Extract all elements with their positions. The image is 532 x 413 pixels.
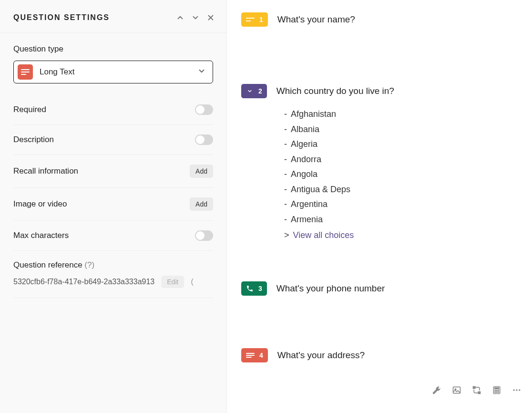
reference-label: Question reference <box>13 260 82 269</box>
recall-add-button[interactable]: Add <box>190 165 213 178</box>
question-toolbar <box>432 385 522 395</box>
question-number-1: 1 <box>259 16 263 23</box>
description-row: Description <box>13 125 213 155</box>
long-text-icon <box>18 64 33 80</box>
image-video-row: Image or video Add <box>13 188 213 221</box>
question-badge-4: 4 <box>241 348 268 362</box>
choice-item: -Andorra <box>284 152 521 167</box>
recall-label: Recall information <box>13 166 78 176</box>
question-item-3[interactable]: 3 What's your phone number <box>241 281 521 296</box>
next-question-icon[interactable] <box>191 13 200 22</box>
svg-point-22 <box>513 389 515 391</box>
settings-title: QUESTION SETTINGS <box>13 13 110 22</box>
image-video-add-button[interactable]: Add <box>190 197 213 211</box>
max-chars-row: Max characters <box>13 221 213 251</box>
question-item-2[interactable]: 2 Which country do you live in? -Afghani… <box>241 84 521 243</box>
choice-item: -Angola <box>284 167 521 182</box>
image-icon[interactable] <box>452 385 461 395</box>
description-toggle[interactable] <box>195 134 213 145</box>
question-title-3: What's your phone number <box>276 283 385 294</box>
question-badge-1: 1 <box>241 12 268 27</box>
question-type-value: Long Text <box>40 67 191 77</box>
svg-rect-13 <box>478 392 480 393</box>
prev-question-icon[interactable] <box>176 13 184 22</box>
question-badge-3: 3 <box>241 281 267 296</box>
view-all-choices-link[interactable]: View all choices <box>293 230 354 240</box>
description-label: Description <box>13 135 54 145</box>
view-all-choices-row: >View all choices <box>284 228 521 243</box>
question-title-2: Which country do you live in? <box>276 86 394 96</box>
reference-value: 5320cfb6-f78a-417e-b649-2a33a333a913 <box>13 278 154 286</box>
question-reference-block: Question reference (?) 5320cfb6-f78a-417… <box>13 251 213 298</box>
svg-point-16 <box>495 390 496 391</box>
svg-point-20 <box>496 392 497 392</box>
dropdown-icon <box>246 88 254 94</box>
choice-item: -Antigua & Deps <box>284 182 521 197</box>
required-toggle[interactable] <box>195 104 213 115</box>
svg-rect-12 <box>473 387 475 389</box>
logic-icon[interactable] <box>472 385 481 395</box>
svg-rect-15 <box>495 388 499 389</box>
reference-trunc: ( <box>191 278 193 286</box>
image-video-label: Image or video <box>13 199 67 209</box>
choice-item: -Albania <box>284 122 521 137</box>
chevron-down-icon <box>197 67 206 77</box>
question-number-3: 3 <box>258 285 262 292</box>
wrench-icon[interactable] <box>432 385 441 395</box>
question-settings-panel: QUESTION SETTINGS Question type <box>0 0 227 413</box>
reference-edit-button[interactable]: Edit <box>161 276 184 288</box>
recall-row: Recall information Add <box>13 155 213 188</box>
question-choices-2: -Afghanistan -Albania -Algeria -Andorra … <box>284 107 521 243</box>
settings-header: QUESTION SETTINGS <box>0 0 226 33</box>
calculator-icon[interactable] <box>492 385 501 395</box>
required-row: Required <box>13 95 213 125</box>
choice-item: -Armenia <box>284 212 521 227</box>
max-chars-toggle[interactable] <box>195 230 213 241</box>
required-label: Required <box>13 105 46 114</box>
question-item-4[interactable]: 4 What's your address? <box>241 348 521 362</box>
question-title-1: What's your name? <box>277 14 355 25</box>
question-type-select[interactable]: Long Text <box>13 61 213 83</box>
questions-canvas: 1 What's your name? 2 Which country do y… <box>227 0 532 413</box>
short-text-icon <box>246 17 255 22</box>
question-number-4: 4 <box>259 351 263 359</box>
svg-point-24 <box>519 389 520 391</box>
reference-help-icon[interactable]: (?) <box>84 260 94 269</box>
max-chars-label: Max characters <box>13 231 69 240</box>
svg-point-18 <box>498 390 499 391</box>
svg-point-23 <box>516 389 517 391</box>
question-item-1[interactable]: 1 What's your name? <box>241 12 521 27</box>
svg-point-19 <box>495 392 496 392</box>
long-text-icon <box>246 352 255 358</box>
question-title-4: What's your address? <box>277 350 365 361</box>
choice-item: -Algeria <box>284 137 521 152</box>
phone-icon <box>246 285 254 292</box>
close-icon[interactable] <box>206 13 215 22</box>
svg-point-21 <box>498 392 499 392</box>
more-icon[interactable] <box>512 385 522 395</box>
svg-point-17 <box>496 390 497 391</box>
question-number-2: 2 <box>258 87 262 95</box>
choice-item: -Afghanistan <box>284 107 521 122</box>
question-badge-2: 2 <box>241 84 267 98</box>
choice-item: -Argentina <box>284 197 521 212</box>
question-type-label: Question type <box>13 44 213 54</box>
